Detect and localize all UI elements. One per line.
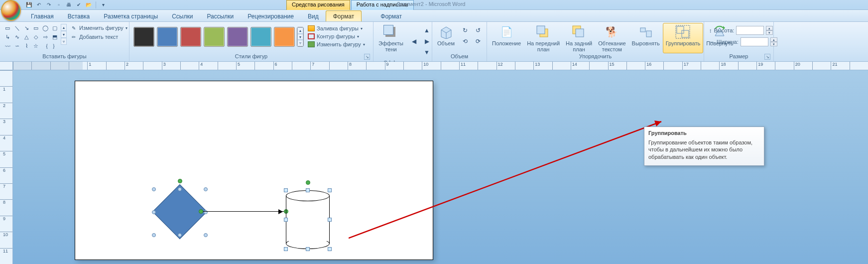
style-swatch-4[interactable] [227, 27, 248, 47]
rotate-handle[interactable] [178, 179, 182, 183]
shape-triangle-icon[interactable]: △ [22, 33, 31, 41]
dialog-launcher-icon[interactable]: ↘ [364, 54, 370, 60]
shape-outline-button[interactable]: Контур фигуры▾ [307, 33, 366, 40]
style-swatch-0[interactable] [133, 27, 154, 47]
tab-review[interactable]: Рецензирование [241, 11, 301, 21]
tilt-down-icon[interactable]: ↺ [473, 26, 484, 35]
tab-format-textbox[interactable]: Формат [373, 11, 409, 21]
shape-curve-icon[interactable]: ∿ [12, 33, 21, 41]
shapes-gallery[interactable]: ▭ ＼ ↘ ▭ ◯ ▢ ↳ ∿ △ ◇ ⇨ ⬒ 〰 ∽ ⌇ ☆ ｛ ｝ [2, 23, 60, 51]
height-down-icon[interactable]: ▾ [766, 30, 773, 35]
ruler-vertical[interactable]: 1234567891011 [0, 70, 13, 264]
shape-callout-icon[interactable]: ⬒ [50, 33, 59, 41]
connector-arrow[interactable] [200, 211, 285, 212]
sel-handle[interactable] [204, 187, 208, 191]
tab-mailings[interactable]: Рассылки [200, 11, 241, 21]
style-more-icon[interactable]: ▿ [297, 40, 303, 46]
shape-rect-icon[interactable]: ▭ [31, 24, 40, 32]
sel-handle[interactable] [328, 188, 332, 192]
shape-free3-icon[interactable]: ⌇ [22, 42, 31, 50]
tab-references[interactable]: Ссылки [165, 11, 200, 21]
shape-arrow-icon[interactable]: ↘ [22, 24, 31, 32]
tab-insert[interactable]: Вставка [61, 11, 97, 21]
nudge-right-icon[interactable]: ▶ [421, 37, 432, 46]
align-button[interactable]: Выровнять [629, 23, 663, 53]
undo-icon[interactable]: ↶ [35, 1, 43, 9]
style-scroll[interactable]: ▴ ▾ ▿ [297, 27, 304, 47]
tilt-up-icon[interactable]: ↻ [460, 26, 471, 35]
add-text-button[interactable]: ✏ Добавить текст [68, 33, 129, 41]
tab-format-drawing[interactable]: Формат [326, 10, 362, 21]
print-icon[interactable]: 🖶 [65, 1, 73, 9]
shape-free1-icon[interactable]: 〰 [3, 42, 12, 50]
style-swatches[interactable] [131, 23, 297, 51]
shape-elbow-icon[interactable]: ↳ [3, 33, 12, 41]
sel-handle[interactable] [328, 247, 332, 251]
scroll-up-icon[interactable]: ▴ [61, 24, 67, 31]
wrap-text-button[interactable]: 🐕 Обтекание текстом [595, 23, 628, 53]
shadow-effects-button[interactable]: Эффекты тени [375, 23, 406, 52]
style-swatch-3[interactable] [204, 27, 225, 47]
sel-handle[interactable] [284, 188, 288, 192]
style-swatch-6[interactable] [274, 27, 295, 47]
tab-layout[interactable]: Разметка страницы [97, 11, 165, 21]
tab-view[interactable]: Вид [301, 11, 326, 21]
office-button[interactable] [1, 0, 21, 21]
shape-star-icon[interactable]: ☆ [31, 42, 40, 50]
scroll-more-icon[interactable]: ▿ [61, 38, 67, 45]
shape-line-icon[interactable]: ＼ [12, 24, 21, 32]
shape-textbox-icon[interactable]: ▭ [3, 24, 12, 32]
shape-brace-icon[interactable]: ｛ [41, 42, 50, 50]
shape-diamond-icon[interactable]: ◇ [31, 33, 40, 41]
sel-handle[interactable] [178, 187, 182, 191]
volume-button[interactable]: Объем [434, 23, 458, 46]
height-input[interactable] [736, 26, 764, 35]
sel-handle[interactable] [284, 247, 288, 251]
shape-fill-button[interactable]: Заливка фигуры▾ [307, 25, 366, 32]
spell-icon[interactable]: ✔ [75, 1, 83, 9]
width-up-icon[interactable]: ▴ [770, 37, 777, 42]
shape-free2-icon[interactable]: ∽ [12, 42, 21, 50]
position-button[interactable]: 📄 Положение [489, 23, 524, 53]
qat-more-icon[interactable]: ▾ [99, 1, 107, 9]
shape-change-button[interactable]: Изменить фигуру▾ [307, 41, 366, 48]
shape-oval-icon[interactable]: ◯ [41, 24, 50, 32]
group-button[interactable]: Группировать [663, 23, 704, 53]
style-swatch-5[interactable] [250, 27, 271, 47]
redo-icon[interactable]: ↷ [45, 1, 53, 9]
page[interactable] [75, 81, 433, 260]
style-down-icon[interactable]: ▾ [297, 34, 303, 40]
width-down-icon[interactable]: ▾ [770, 42, 777, 46]
bring-front-button[interactable]: На передний план [524, 23, 563, 53]
save-icon[interactable]: 💾 [25, 1, 33, 9]
scroll-down-icon[interactable]: ▾ [61, 31, 67, 38]
sel-handle[interactable] [204, 233, 208, 237]
style-up-icon[interactable]: ▴ [297, 27, 303, 34]
shape-roundrect-icon[interactable]: ▢ [50, 24, 59, 32]
nudge-up-icon[interactable]: ▲ [421, 26, 432, 35]
sel-handle[interactable] [152, 210, 156, 214]
sel-handle[interactable] [178, 233, 182, 237]
nudge-left-icon[interactable]: ◀ [408, 37, 419, 46]
rotate-handle-2[interactable] [306, 180, 310, 185]
ruler-horizontal[interactable] [13, 62, 868, 70]
new-icon[interactable]: ▫ [55, 1, 63, 9]
nudge-down-icon[interactable]: ▼ [421, 48, 432, 57]
shape-cylinder[interactable] [286, 190, 330, 249]
tilt-left-icon[interactable]: ⟲ [460, 37, 471, 46]
style-swatch-2[interactable] [180, 27, 201, 47]
change-shape-button[interactable]: ✎ Изменить фигуру ▾ [68, 24, 129, 32]
shape-arrowr-icon[interactable]: ⇨ [41, 33, 50, 41]
shapes-scroll[interactable]: ▴ ▾ ▿ [61, 23, 67, 46]
tilt-right-icon[interactable]: ⟳ [473, 37, 484, 46]
width-input[interactable] [741, 37, 768, 46]
connector-handle[interactable] [199, 209, 203, 214]
send-back-button[interactable]: На задний план [563, 23, 595, 53]
open-icon[interactable]: 📂 [85, 1, 93, 9]
sel-handle[interactable] [306, 188, 310, 192]
sel-handle[interactable] [152, 187, 156, 191]
height-up-icon[interactable]: ▴ [766, 26, 773, 30]
sel-handle[interactable] [328, 218, 332, 222]
style-swatch-1[interactable] [157, 27, 178, 47]
shape-brace2-icon[interactable]: ｝ [50, 42, 59, 50]
